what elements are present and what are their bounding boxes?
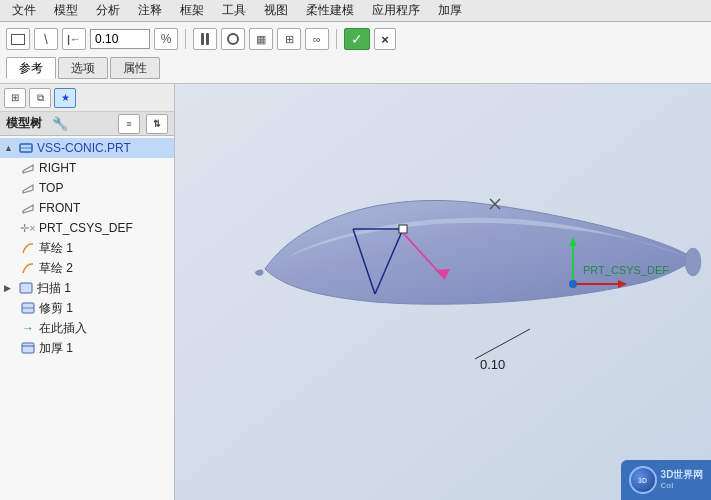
viewport-svg: 0.10 PRT_CSYS_DEF: [175, 84, 711, 500]
tab-properties[interactable]: 属性: [110, 57, 160, 79]
insert-icon: →: [20, 320, 36, 336]
toolbar-sep-1: [185, 29, 186, 49]
tree-item-trim[interactable]: 修剪 1: [0, 298, 174, 318]
grid-btn[interactable]: ▦: [249, 28, 273, 50]
item-top-label: TOP: [39, 181, 63, 195]
svg-marker-2: [23, 165, 33, 173]
logo-circle: 3D: [629, 466, 657, 494]
menu-annotation[interactable]: 注释: [130, 0, 170, 21]
menu-view[interactable]: 视图: [256, 0, 296, 21]
root-label: VSS-CONIC.PRT: [37, 141, 131, 155]
tree-sort-btn[interactable]: ⇅: [146, 114, 168, 134]
hdim-btn[interactable]: |←: [62, 28, 86, 50]
tree-title: 模型树: [6, 115, 42, 132]
grid2-btn[interactable]: ⊞: [277, 28, 301, 50]
link-icon: ∞: [313, 33, 321, 45]
item-sweep-label: 扫描 1: [37, 280, 71, 297]
dimension-field[interactable]: [90, 29, 150, 49]
item-right-label: RIGHT: [39, 161, 76, 175]
panel-grid-icon: ⊞: [11, 92, 19, 103]
sweep-icon: [18, 280, 34, 296]
tree-item-sketch1[interactable]: 草绘 1: [0, 238, 174, 258]
tree-item-right[interactable]: RIGHT: [0, 158, 174, 178]
rectangle-icon: [11, 34, 25, 45]
check-icon: ✓: [351, 31, 363, 47]
root-icon: [18, 140, 34, 156]
link-btn[interactable]: ∞: [305, 28, 329, 50]
item-insert-label: 在此插入: [39, 320, 87, 337]
rect-icon-btn[interactable]: [6, 28, 30, 50]
logo-main: 3D世界网: [661, 469, 704, 481]
plane-icon-top: [20, 180, 36, 196]
item-csys-label: PRT_CSYS_DEF: [39, 221, 133, 235]
sketch2-icon: [20, 260, 36, 276]
svg-marker-4: [23, 205, 33, 213]
panel-toolbar: ⊞ ⧉ ★: [0, 84, 174, 112]
menu-apps[interactable]: 应用程序: [364, 0, 428, 21]
tree-item-sketch2[interactable]: 草绘 2: [0, 258, 174, 278]
viewport: 0.10 PRT_CSYS_DEF 3D 3D世界网 Col: [175, 84, 711, 500]
left-panel: ⊞ ⧉ ★ 模型树 🔧 ≡ ⇅ ▲: [0, 84, 175, 500]
item-front-label: FRONT: [39, 201, 80, 215]
panel-grid-btn[interactable]: ⊞: [4, 88, 26, 108]
item-trim-label: 修剪 1: [39, 300, 73, 317]
toolbar-sep-2: [336, 29, 337, 49]
panel-copy-icon: ⧉: [37, 92, 44, 104]
percent-icon: %: [161, 32, 172, 46]
tree-item-thicken[interactable]: 加厚 1: [0, 338, 174, 358]
svg-rect-15: [399, 225, 407, 233]
tab-options[interactable]: 选项: [58, 57, 108, 79]
col-label: Col: [661, 481, 704, 491]
panel-copy-btn[interactable]: ⧉: [29, 88, 51, 108]
tree-root[interactable]: ▲ VSS-CONIC.PRT: [0, 138, 174, 158]
plane-icon-right: [20, 160, 36, 176]
accept-btn[interactable]: ✓: [344, 28, 370, 50]
menu-frame[interactable]: 框架: [172, 0, 212, 21]
svg-text:0.10: 0.10: [480, 357, 505, 372]
trim-icon: [20, 300, 36, 316]
grid2-icon: ⊞: [285, 33, 294, 46]
svg-rect-8: [22, 343, 34, 353]
percent-btn[interactable]: %: [154, 28, 178, 50]
tree-item-insert[interactable]: → 在此插入: [0, 318, 174, 338]
panel-star-btn[interactable]: ★: [54, 88, 76, 108]
circle-btn[interactable]: [221, 28, 245, 50]
dimension-input-group: [90, 29, 150, 49]
svg-rect-5: [20, 283, 32, 293]
menu-thicken[interactable]: 加厚: [430, 0, 470, 21]
logo-text: 3D世界网 Col: [661, 469, 704, 491]
tree-item-csys[interactable]: ✛× PRT_CSYS_DEF: [0, 218, 174, 238]
svg-point-11: [685, 248, 701, 276]
sort-icon: ⇅: [153, 119, 161, 129]
tree-list-btn[interactable]: ≡: [118, 114, 140, 134]
menu-flexible[interactable]: 柔性建模: [298, 0, 362, 21]
tab-reference[interactable]: 参考: [6, 57, 56, 79]
cancel-btn[interactable]: ×: [374, 28, 396, 50]
tree-item-top[interactable]: TOP: [0, 178, 174, 198]
tree-content: ▲ VSS-CONIC.PRT RIGHT: [0, 136, 174, 500]
menu-tools[interactable]: 工具: [214, 0, 254, 21]
csys-icon: ✛×: [20, 220, 36, 236]
grid-icon: ▦: [256, 33, 266, 46]
menu-analysis[interactable]: 分析: [88, 0, 128, 21]
tree-item-front[interactable]: FRONT: [0, 198, 174, 218]
angle-btn[interactable]: /: [34, 28, 58, 50]
menu-model[interactable]: 模型: [46, 0, 86, 21]
thicken-icon: [20, 340, 36, 356]
main-area: ⊞ ⧉ ★ 模型树 🔧 ≡ ⇅ ▲: [0, 84, 711, 500]
svg-point-26: [569, 280, 577, 288]
tab-row: 参考 选项 属性: [6, 56, 705, 80]
item-thicken-label: 加厚 1: [39, 340, 73, 357]
menu-file[interactable]: 文件: [4, 0, 44, 21]
svg-marker-3: [23, 185, 33, 193]
sweep-expand-icon: ▶: [4, 283, 16, 293]
tree-header: 模型树 🔧 ≡ ⇅: [0, 112, 174, 136]
x-icon: ×: [381, 32, 389, 47]
item-sketch1-label: 草绘 1: [39, 240, 73, 257]
list-icon: ≡: [126, 119, 131, 129]
plane-icon-front: [20, 200, 36, 216]
slash-icon: /: [40, 31, 51, 47]
pause-icon: [201, 33, 209, 45]
tree-item-sweep[interactable]: ▶ 扫描 1: [0, 278, 174, 298]
pause-btn[interactable]: [193, 28, 217, 50]
